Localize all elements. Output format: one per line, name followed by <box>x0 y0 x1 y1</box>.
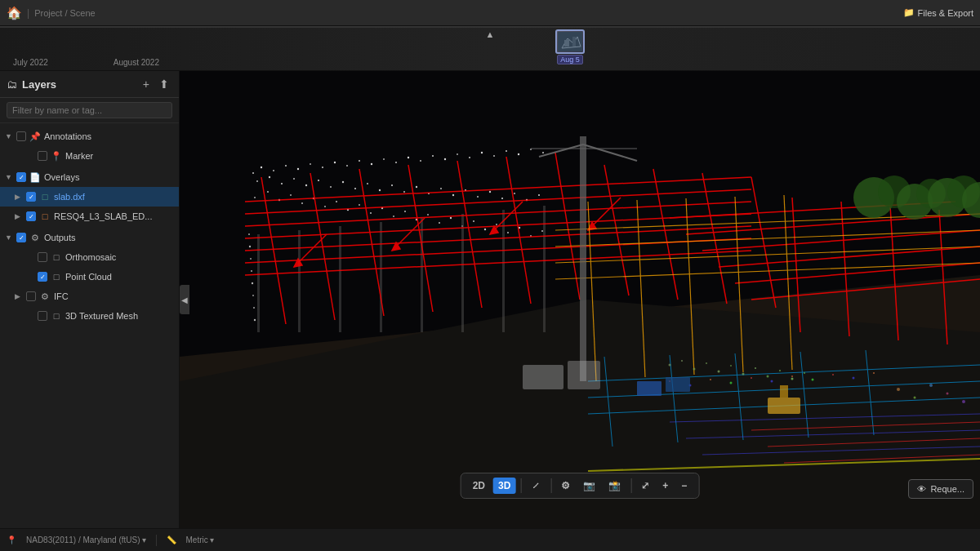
annotations-group: ▼ 📌 Annotations 📍 Marker <box>0 127 179 166</box>
svg-point-45 <box>403 191 405 193</box>
add-layer-button[interactable]: + <box>140 76 153 92</box>
panel-title: Layers <box>22 78 135 91</box>
layer-search-input[interactable] <box>7 102 172 118</box>
svg-point-83 <box>248 233 250 235</box>
slab-more-icon[interactable]: ⋯ <box>165 192 174 202</box>
overlays-checkbox[interactable] <box>16 172 26 182</box>
marker-label: Marker <box>65 151 174 161</box>
svg-point-22 <box>420 160 421 162</box>
timeline-marker[interactable]: Aug 5 <box>555 29 585 64</box>
svg-point-11 <box>285 165 287 167</box>
svg-rect-195 <box>666 377 690 392</box>
mesh-label: 3D Textured Mesh <box>65 311 174 321</box>
slab-delete-icon[interactable]: 🗑 <box>154 192 163 202</box>
pointcloud-icon: □ <box>51 272 62 282</box>
btn-screenshot[interactable]: 📸 <box>604 478 626 494</box>
files-export-button[interactable]: 📁 Files & Export <box>903 7 973 18</box>
pointcloud-row[interactable]: □ Point Cloud <box>0 267 179 287</box>
annotations-checkbox[interactable] <box>16 131 26 141</box>
slab-checkbox[interactable] <box>26 192 36 202</box>
svg-point-178 <box>853 377 855 380</box>
svg-point-82 <box>541 230 543 232</box>
btn-fullscreen[interactable]: ⤢ <box>636 478 654 494</box>
svg-point-74 <box>450 217 452 219</box>
units-label: Metric <box>186 535 208 544</box>
btn-zoom-out[interactable]: − <box>676 478 692 494</box>
ortho-checkbox[interactable] <box>38 252 47 262</box>
svg-point-42 <box>367 183 368 184</box>
svg-point-46 <box>416 186 417 188</box>
mesh-row[interactable]: □ 3D Textured Mesh <box>0 306 179 326</box>
svg-point-53 <box>501 198 503 199</box>
units-icon-item: 📏 <box>167 535 176 544</box>
svg-point-26 <box>469 157 470 158</box>
ifc-label: IFC <box>54 291 174 301</box>
svg-point-17 <box>359 160 360 162</box>
marker-icon: 📍 <box>51 151 62 162</box>
marker-checkbox[interactable] <box>38 151 47 161</box>
svg-point-184 <box>962 400 965 403</box>
overlays-group: ▼ 📄 Overlays ▶ □ slab.dxf 🔒 🗑 ⋯ <box>0 167 179 226</box>
ifc-checkbox[interactable] <box>26 291 36 301</box>
upload-layer-button[interactable]: ⬆ <box>156 76 172 92</box>
svg-point-163 <box>742 373 745 375</box>
svg-point-28 <box>493 155 495 157</box>
svg-point-85 <box>250 258 252 260</box>
btn-zoom-in[interactable]: + <box>657 478 673 494</box>
btn-2d[interactable]: 2D <box>468 478 490 494</box>
svg-point-166 <box>779 370 781 371</box>
timeline-collapse-arrow[interactable]: ▲ <box>486 29 495 39</box>
svg-point-58 <box>267 191 269 193</box>
slab-lock-icon[interactable]: 🔒 <box>141 192 153 202</box>
ortho-row[interactable]: □ Orthomosaic <box>0 247 179 267</box>
svg-point-52 <box>489 191 491 193</box>
home-icon[interactable]: 🏠 <box>7 6 22 20</box>
resq4-row[interactable]: ▶ □ RESQ4_L3_SLAB_ED... <box>0 207 179 226</box>
svg-point-179 <box>873 372 875 374</box>
panel-collapse-button[interactable]: ◀ <box>180 285 189 314</box>
topbar-right: 📁 Files & Export <box>903 7 973 18</box>
btn-settings[interactable]: ⚙ <box>556 478 575 494</box>
btn-3d[interactable]: 3D <box>493 478 515 494</box>
ifc-icon: ⚙ <box>39 291 51 302</box>
main-area: 🗂 Layers + ⬆ ▼ 📌 Annotations <box>0 71 980 528</box>
svg-point-161 <box>718 371 720 373</box>
svg-point-16 <box>346 165 348 167</box>
request-button[interactable]: 👁 Reque... <box>908 479 973 499</box>
coord-dropdown-arrow: ▾ <box>142 535 146 544</box>
outputs-group: ▼ ⚙ Outputs □ Orthomosaic □ Poi <box>0 228 179 326</box>
statusbar: 📍 NAD83(2011) / Maryland (ftUS) ▾ 📏 Metr… <box>0 528 980 551</box>
outputs-row[interactable]: ▼ ⚙ Outputs <box>0 228 179 247</box>
svg-rect-193 <box>780 385 788 398</box>
pointcloud-checkbox[interactable] <box>38 272 47 282</box>
ortho-icon: □ <box>51 252 62 262</box>
units-dropdown[interactable]: Metric ▾ <box>186 535 214 544</box>
svg-point-57 <box>254 197 256 198</box>
svg-point-12 <box>297 168 299 170</box>
mesh-checkbox[interactable] <box>38 311 47 321</box>
marker-row[interactable]: 📍 Marker <box>0 146 179 166</box>
svg-point-43 <box>379 189 381 191</box>
ifc-row[interactable]: ▶ ⚙ IFC <box>0 287 179 306</box>
toolbar-divider-1 <box>520 478 521 493</box>
topbar: 🏠 | Project / Scene 📁 Files & Export <box>0 0 980 26</box>
collapse-icon: ◀ <box>181 295 188 304</box>
svg-point-29 <box>506 150 507 152</box>
svg-point-33 <box>256 180 258 182</box>
outputs-checkbox[interactable] <box>16 233 26 242</box>
slab-dxf-row[interactable]: ▶ □ slab.dxf 🔒 🗑 ⋯ <box>0 187 179 207</box>
btn-perspective[interactable]: ⟋ <box>526 478 546 494</box>
overlays-row[interactable]: ▼ 📄 Overlays <box>0 167 179 187</box>
svg-point-44 <box>391 184 393 186</box>
coordinate-system-dropdown[interactable]: NAD83(2011) / Maryland (ftUS) ▾ <box>26 535 146 544</box>
scene-svg <box>180 71 980 528</box>
svg-point-177 <box>832 374 834 375</box>
3d-viewport[interactable]: ◀ 2D 3D ⟋ ⚙ 📷 📸 ⤢ + − 👁 Reque... <box>180 71 980 528</box>
svg-point-51 <box>477 196 479 198</box>
svg-point-79 <box>507 232 509 233</box>
svg-point-54 <box>514 193 515 194</box>
btn-camera[interactable]: 📷 <box>578 478 600 494</box>
resq4-checkbox[interactable] <box>26 211 36 221</box>
slab-icon: □ <box>39 192 51 202</box>
annotations-row[interactable]: ▼ 📌 Annotations <box>0 127 179 146</box>
